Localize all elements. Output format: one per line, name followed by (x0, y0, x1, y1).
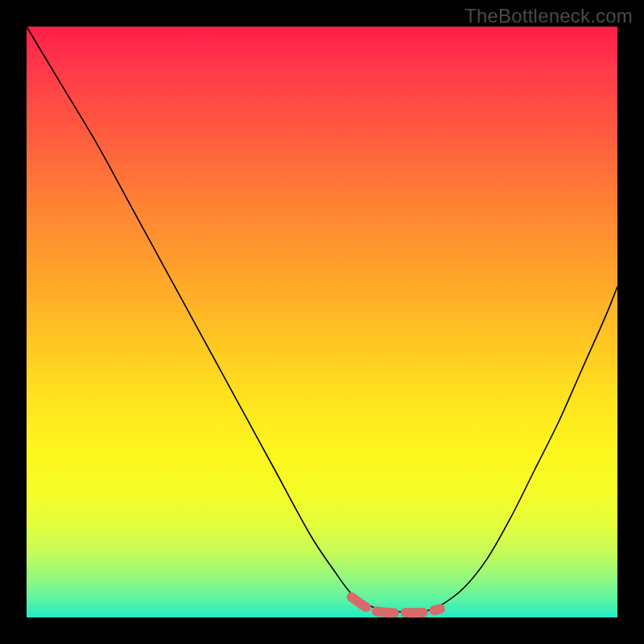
chart-plot-area (27, 27, 617, 617)
bottleneck-curve (27, 27, 617, 617)
watermark-text: TheBottleneck.com (464, 5, 633, 27)
